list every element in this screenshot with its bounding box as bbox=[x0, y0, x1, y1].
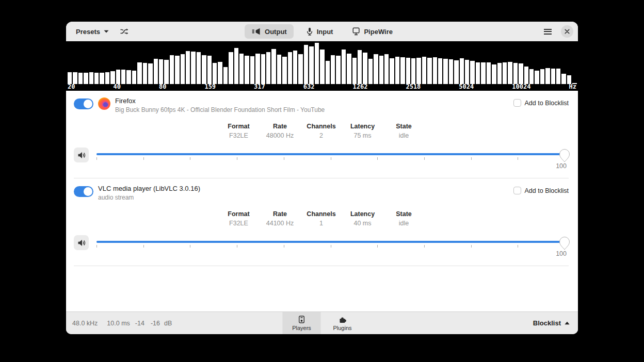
header-left-group: Presets bbox=[71, 24, 133, 39]
device-stats: 48.0 kHz 10.0 ms -14 -16 dB bbox=[72, 320, 172, 327]
slider-tick bbox=[237, 157, 237, 160]
slider-tick bbox=[284, 245, 284, 248]
header-bar: Presets O bbox=[66, 22, 578, 41]
slider-handle[interactable] bbox=[559, 236, 570, 250]
spectrum-bar bbox=[229, 52, 233, 84]
info-value-state: idle bbox=[383, 132, 425, 139]
slider-tick bbox=[96, 245, 97, 248]
spectrum-bar bbox=[68, 72, 72, 84]
stat-level-left: -14 bbox=[135, 320, 144, 327]
spectrum-bar bbox=[105, 72, 109, 84]
shuffle-icon bbox=[120, 27, 128, 36]
spectrum-bar bbox=[277, 55, 281, 84]
spectrum-analyzer: 20408015931763212622518502410024Hz bbox=[66, 41, 578, 91]
close-icon bbox=[565, 29, 570, 34]
player-enable-toggle[interactable] bbox=[74, 98, 93, 109]
player-row-vlc: VLC media player (LibVLC 3.0.16) audio s… bbox=[66, 178, 578, 266]
spectrum-bar bbox=[487, 62, 491, 84]
spectrum-bar bbox=[400, 57, 405, 84]
spectrum-bar bbox=[304, 45, 308, 84]
volume-slider[interactable]: 100 bbox=[96, 147, 565, 171]
tab-plugins-label: Plugins bbox=[333, 325, 351, 331]
player-enable-toggle[interactable] bbox=[74, 186, 93, 197]
view-switcher: Output Input PipeWire bbox=[245, 24, 399, 39]
info-header-latency: Latency bbox=[342, 123, 383, 130]
slider-handle[interactable] bbox=[559, 149, 570, 162]
player-titles: Firefox Big Buck Bunny 60fps 4K - Offici… bbox=[115, 97, 325, 113]
spectrum-bar bbox=[126, 70, 131, 84]
player-subtitle: audio stream bbox=[98, 194, 200, 201]
spectrum-bar bbox=[218, 62, 222, 84]
global-bypass-button[interactable] bbox=[116, 24, 133, 39]
tab-output-label: Output bbox=[265, 28, 287, 36]
blocklist-button[interactable]: Blocklist bbox=[531, 316, 572, 330]
player-subtitle: Big Buck Bunny 60fps 4K - Official Blend… bbox=[115, 106, 325, 113]
spectrum-bar bbox=[100, 73, 104, 84]
slider-tick bbox=[237, 245, 237, 248]
spectrum-bar bbox=[110, 71, 115, 84]
volume-slider[interactable]: 100 bbox=[96, 235, 565, 259]
tab-players[interactable]: Players bbox=[283, 312, 321, 334]
add-to-blocklist-checkbox[interactable]: Add to Blocklist bbox=[513, 187, 569, 194]
frequency-label: Hz bbox=[569, 84, 576, 90]
tab-input[interactable]: Input bbox=[300, 24, 340, 39]
spectrum-bar bbox=[154, 59, 158, 84]
mute-button[interactable] bbox=[74, 235, 89, 250]
spectrum-bar bbox=[540, 69, 544, 84]
spectrum-bar bbox=[363, 53, 367, 84]
info-header-rate: Rate bbox=[260, 123, 301, 130]
pipewire-icon bbox=[352, 27, 360, 36]
spectrum-bar bbox=[223, 67, 228, 84]
info-value-rate: 48000 Hz bbox=[260, 132, 301, 139]
speaker-volume-icon bbox=[77, 152, 86, 159]
frequency-label: 40 bbox=[113, 84, 120, 90]
player-header: Firefox Big Buck Bunny 60fps 4K - Offici… bbox=[74, 97, 569, 118]
spectrum-bar bbox=[395, 57, 399, 84]
spectrum-bar bbox=[186, 51, 190, 84]
spectrum-bar bbox=[78, 73, 83, 84]
easyeffects-window: Presets O bbox=[66, 22, 578, 334]
frequency-label: 1262 bbox=[353, 84, 368, 90]
menu-button[interactable] bbox=[539, 24, 556, 39]
spectrum-bar bbox=[416, 58, 421, 84]
player-title: VLC media player (LibVLC 3.0.16) bbox=[98, 185, 200, 192]
mute-button[interactable] bbox=[74, 147, 89, 162]
tab-plugins[interactable]: Plugins bbox=[324, 312, 362, 334]
frequency-label: 2518 bbox=[406, 84, 421, 90]
spectrum-bar bbox=[84, 73, 88, 84]
add-to-blocklist-checkbox[interactable]: Add to Blocklist bbox=[513, 99, 569, 107]
spectrum-bar bbox=[271, 49, 276, 84]
spectrum-bar bbox=[443, 59, 447, 84]
info-header-channels: Channels bbox=[301, 210, 342, 218]
chevron-up-icon bbox=[565, 321, 570, 325]
presets-label: Presets bbox=[76, 28, 100, 36]
spectrum-bar bbox=[336, 56, 340, 84]
spectrum-bar bbox=[181, 54, 185, 84]
stat-sample-rate: 48.0 kHz bbox=[72, 320, 98, 327]
tab-pipewire[interactable]: PipeWire bbox=[346, 24, 399, 39]
spectrum-bar bbox=[497, 63, 502, 84]
frequency-label: 632 bbox=[303, 84, 315, 90]
spectrum-bar bbox=[159, 59, 163, 84]
info-header-rate: Rate bbox=[260, 210, 301, 218]
spectrum-bar bbox=[309, 46, 313, 84]
spectrum-bar bbox=[556, 69, 560, 84]
checkbox-box bbox=[513, 187, 521, 194]
spectrum-bar bbox=[358, 50, 362, 84]
spectrum-bar bbox=[460, 58, 464, 84]
spectrum-bar bbox=[261, 54, 265, 84]
spectrum-bar bbox=[561, 74, 566, 84]
spectrum-bar bbox=[191, 52, 195, 84]
volume-value: 100 bbox=[556, 250, 567, 257]
tab-output[interactable]: Output bbox=[245, 24, 294, 39]
close-button[interactable] bbox=[561, 25, 573, 38]
spectrum-bar bbox=[390, 58, 394, 84]
spectrum-bar bbox=[406, 58, 410, 84]
spectrum-bar bbox=[379, 56, 383, 84]
player-separator bbox=[74, 266, 569, 266]
slider-tick bbox=[518, 157, 518, 160]
presets-button[interactable]: Presets bbox=[71, 25, 114, 39]
slider-tick bbox=[190, 157, 190, 160]
frequency-label: 20 bbox=[68, 84, 75, 90]
spectrum-bar bbox=[73, 72, 77, 84]
